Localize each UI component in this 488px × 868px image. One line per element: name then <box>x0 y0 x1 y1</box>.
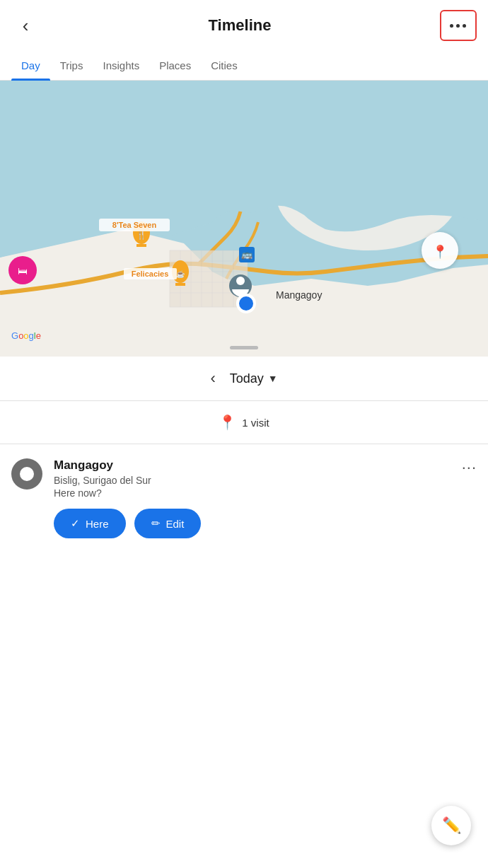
location-actions: ✓ Here ✏ Edit <box>54 509 443 538</box>
location-card: Mangagoy Bislig, Surigao del Sur Here no… <box>0 444 488 552</box>
checkmark-icon: ✓ <box>71 517 80 530</box>
location-more-button[interactable]: ··· <box>455 458 477 477</box>
date-chevron-icon: ▼ <box>268 373 278 384</box>
location-prompt: Here now? <box>54 487 443 499</box>
svg-text:Mangagoy: Mangagoy <box>276 289 322 301</box>
tab-cities[interactable]: Cities <box>201 51 248 80</box>
header: ‹ Timeline <box>0 0 488 51</box>
more-menu-button[interactable] <box>440 10 477 41</box>
location-info: Mangagoy Bislig, Surigao del Sur Here no… <box>54 458 443 538</box>
map-drag-handle[interactable] <box>230 346 258 349</box>
avatar-inner <box>20 467 34 481</box>
svg-text:8'Tea Seven: 8'Tea Seven <box>112 221 157 229</box>
google-logo: Google <box>11 330 41 341</box>
tab-insights[interactable]: Insights <box>93 51 149 80</box>
tab-day[interactable]: Day <box>11 51 50 80</box>
here-button[interactable]: ✓ Here <box>54 509 126 538</box>
svg-marker-18 <box>136 244 146 247</box>
svg-point-30 <box>236 277 245 285</box>
fab-pencil-icon: ✏️ <box>442 816 461 835</box>
location-name: Mangagoy <box>54 458 443 473</box>
date-back-button[interactable]: ‹ <box>210 369 215 388</box>
back-button[interactable]: ‹ <box>11 15 40 37</box>
three-dots-icon <box>450 24 466 28</box>
svg-text:☕: ☕ <box>176 270 185 279</box>
location-avatar <box>11 458 42 490</box>
date-navigation: ‹ Today ▼ <box>0 357 488 401</box>
date-label[interactable]: Today ▼ <box>230 371 278 386</box>
visit-count: 1 visit <box>242 417 269 429</box>
svg-text:🍴: 🍴 <box>136 230 146 240</box>
tab-trips[interactable]: Trips <box>50 51 93 80</box>
fab-edit-button[interactable]: ✏️ <box>431 806 471 845</box>
pencil-icon: ✏ <box>151 517 161 530</box>
svg-text:📍: 📍 <box>432 244 448 260</box>
location-address: Bislig, Surigao del Sur <box>54 475 443 486</box>
svg-text:🛏: 🛏 <box>18 265 28 277</box>
page-title: Timeline <box>209 16 272 35</box>
svg-text:🚌: 🚌 <box>241 248 253 260</box>
svg-point-32 <box>239 296 253 311</box>
svg-text:Felicacies: Felicacies <box>132 270 169 278</box>
svg-marker-25 <box>175 283 185 286</box>
tab-bar: Day Trips Insights Places Cities <box>0 51 488 81</box>
edit-button[interactable]: ✏ Edit <box>134 509 202 538</box>
visit-summary: 📍 1 visit <box>0 401 488 444</box>
map-view[interactable]: 🛏 🍴 8'Tea Seven 🚌 ☕ Felicacies Mangagoy <box>0 81 488 357</box>
visit-pin-icon: 📍 <box>219 414 236 431</box>
tab-places[interactable]: Places <box>149 51 201 80</box>
